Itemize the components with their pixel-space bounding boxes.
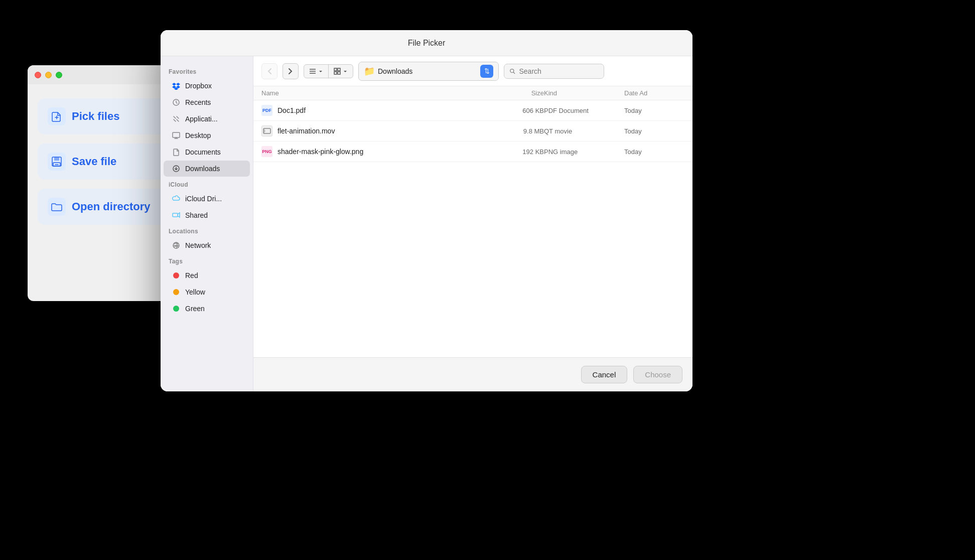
save-file-icon: [48, 153, 66, 171]
sidebar-item-recents[interactable]: Recents: [164, 94, 250, 110]
back-button[interactable]: [261, 63, 277, 79]
file-date: Today: [624, 107, 684, 114]
file-name: flet-animation.mov: [277, 127, 335, 135]
search-input[interactable]: [519, 67, 599, 75]
sidebar-item-tag-red[interactable]: Red: [164, 267, 250, 284]
sidebar-item-icloud-drive[interactable]: iCloud Dri...: [164, 191, 250, 207]
network-label: Network: [185, 241, 211, 249]
col-size: Size: [484, 89, 544, 97]
recents-icon: [172, 98, 181, 107]
documents-label: Documents: [185, 148, 221, 156]
pdf-icon: PDF: [261, 105, 272, 116]
svg-rect-11: [334, 68, 337, 71]
modal-title: File Picker: [408, 39, 446, 48]
sidebar-item-dropbox[interactable]: Dropbox: [164, 78, 250, 94]
sidebar-item-network[interactable]: Network: [164, 237, 250, 253]
recents-label: Recents: [185, 98, 211, 106]
file-date: Today: [624, 148, 684, 156]
file-date: Today: [624, 127, 684, 135]
svg-rect-13: [334, 72, 337, 74]
window-titlebar: [28, 65, 183, 84]
svg-rect-7: [173, 132, 180, 137]
location-bar[interactable]: 📁 Downloads ⇅: [358, 62, 499, 81]
file-kind: PDF Document: [544, 107, 624, 114]
save-file-button[interactable]: Save file: [38, 144, 173, 180]
pick-files-label: Pick files: [72, 110, 119, 123]
shared-label: Shared: [185, 211, 208, 219]
view-toggle: [304, 64, 353, 78]
red-tag-label: Red: [185, 271, 198, 279]
yellow-tag-icon: [172, 288, 181, 297]
toolbar: 📁 Downloads ⇅: [253, 56, 692, 86]
save-file-label: Save file: [72, 155, 116, 168]
list-view-button[interactable]: [304, 65, 329, 78]
grid-view-button[interactable]: [329, 65, 353, 78]
network-icon: [172, 241, 181, 250]
open-directory-button[interactable]: Open directory: [38, 189, 173, 225]
table-row[interactable]: PNG shader-mask-pink-glow.png 192 KB PNG…: [253, 142, 692, 162]
yellow-tag-label: Yellow: [185, 288, 205, 296]
icloud-section-label: iCloud: [161, 177, 253, 190]
sidebar: Favorites Dropbox Recents: [161, 56, 253, 391]
tags-section-label: Tags: [161, 254, 253, 267]
col-name: Name: [261, 89, 484, 97]
table-row[interactable]: flet-animation.mov 9.8 MB QT movie Today: [253, 121, 692, 142]
modal-body: Favorites Dropbox Recents: [161, 56, 692, 391]
file-kind: QT movie: [544, 127, 624, 135]
location-chevrons: ⇅: [480, 65, 493, 78]
downloads-icon: [172, 164, 181, 173]
pick-files-button[interactable]: Pick files: [38, 98, 173, 134]
minimize-button[interactable]: [45, 72, 52, 78]
cancel-button[interactable]: Cancel: [581, 366, 628, 383]
svg-rect-3: [54, 157, 59, 161]
file-list: Name Size Kind Date Ad PDF Doc1.pdf 606 …: [253, 86, 692, 357]
file-name: shader-mask-pink-glow.png: [277, 148, 363, 156]
choose-button[interactable]: Choose: [633, 366, 682, 383]
sidebar-item-tag-green[interactable]: Green: [164, 301, 250, 317]
sidebar-item-tag-yellow[interactable]: Yellow: [164, 284, 250, 300]
documents-icon: [172, 148, 181, 157]
open-directory-label: Open directory: [72, 200, 150, 213]
modal-titlebar: File Picker: [161, 30, 692, 56]
app-content: Pick files Save file Open d: [28, 84, 183, 239]
file-list-header: Name Size Kind Date Ad: [253, 86, 692, 100]
main-content: 📁 Downloads ⇅ Name Size Kind: [253, 56, 692, 391]
file-size: 192 KB: [484, 148, 544, 156]
svg-rect-14: [338, 72, 340, 74]
modal-footer: Cancel Choose: [253, 357, 692, 391]
file-name-cell: PNG shader-mask-pink-glow.png: [261, 146, 484, 157]
icloud-icon: [172, 194, 181, 203]
sidebar-item-documents[interactable]: Documents: [164, 144, 250, 160]
search-icon: [509, 68, 515, 75]
open-directory-icon: [48, 198, 66, 216]
pick-files-icon: [48, 107, 66, 125]
desktop-icon: [172, 131, 181, 140]
icloud-drive-label: iCloud Dri...: [185, 195, 222, 203]
maximize-button[interactable]: [56, 72, 62, 78]
applications-icon: [172, 114, 181, 123]
table-row[interactable]: PDF Doc1.pdf 606 KB PDF Document Today: [253, 100, 692, 121]
forward-button[interactable]: [283, 63, 299, 79]
file-kind: PNG image: [544, 148, 624, 156]
desktop-label: Desktop: [185, 131, 211, 139]
location-name: Downloads: [378, 67, 477, 75]
png-icon: PNG: [261, 146, 272, 157]
svg-rect-12: [338, 68, 340, 71]
sidebar-item-applications[interactable]: Applicati...: [164, 111, 250, 127]
red-tag-icon: [172, 271, 181, 280]
file-size: 606 KB: [484, 107, 544, 114]
dropbox-label: Dropbox: [185, 82, 212, 90]
sidebar-item-desktop[interactable]: Desktop: [164, 127, 250, 144]
file-name: Doc1.pdf: [277, 106, 306, 114]
search-box: [504, 64, 604, 79]
file-size: 9.8 MB: [484, 127, 544, 135]
location-folder-icon: 📁: [364, 66, 375, 77]
locations-section-label: Locations: [161, 224, 253, 237]
col-date: Date Ad: [624, 89, 684, 97]
close-button[interactable]: [35, 72, 41, 78]
file-name-cell: flet-animation.mov: [261, 125, 484, 136]
green-tag-icon: [172, 304, 181, 313]
sidebar-item-shared[interactable]: Shared: [164, 207, 250, 223]
svg-rect-1: [48, 153, 66, 171]
sidebar-item-downloads[interactable]: Downloads: [164, 161, 250, 177]
